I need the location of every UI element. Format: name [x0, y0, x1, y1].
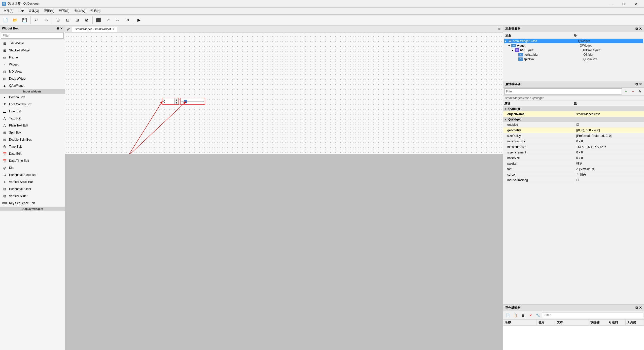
prop-row-minimumsize[interactable]: minimumSize 0 x 0: [503, 139, 644, 144]
prop-edit-button[interactable]: ✎: [637, 88, 643, 94]
prop-group-qobject[interactable]: ▼ QObject: [503, 106, 644, 111]
action-new-button[interactable]: 📄: [504, 312, 511, 319]
toolbar-edit-tab[interactable]: ⇥: [123, 16, 132, 24]
menu-window[interactable]: 窗口(W): [72, 8, 88, 14]
tree-row-3[interactable]: S horiz...lider QSlider: [504, 52, 643, 57]
widget-item-frame[interactable]: ▭ Frame: [0, 54, 65, 61]
widget-item-mdi-area[interactable]: ⊡ MDI Area: [0, 68, 65, 75]
toolbar-edit-buddies[interactable]: ↔: [113, 16, 122, 24]
property-editor-float[interactable]: ⧉: [635, 82, 638, 86]
toolbar-layout-v[interactable]: ⊟: [63, 16, 72, 24]
object-inspector-close[interactable]: ✕: [639, 27, 642, 31]
widget-item-text-edit[interactable]: A Text Edit: [0, 115, 65, 122]
action-delete-all-button[interactable]: ✕: [527, 312, 534, 319]
widget-item-vscrollbar[interactable]: ⇕ Vertical Scroll Bar: [0, 178, 65, 185]
prop-add-button[interactable]: ＋: [623, 88, 629, 94]
canvas-area: 🖊 smallWidget - smallWidget.ui ✕ 0 ▲ ▼: [65, 26, 503, 350]
widget-item-date-edit[interactable]: 📅 Date Edit: [0, 150, 65, 157]
widget-item-qax-widget[interactable]: ◈ QAxWidget: [0, 82, 65, 89]
toolbar-edit-widgets[interactable]: ⬛: [94, 16, 103, 24]
prop-row-maximumsize[interactable]: maximumSize 16777215 x 16777215: [503, 144, 644, 150]
widget-item-spin-box[interactable]: ⊞ Spin Box: [0, 129, 65, 136]
widget-item-keyseq-edit[interactable]: ⌨ Key Sequence Edit: [0, 200, 65, 207]
widget-item-double-spin-box[interactable]: ⊞ Double Spin Box: [0, 136, 65, 143]
canvas-dotted-area[interactable]: 0 ▲ ▼: [65, 33, 503, 154]
toolbar-open[interactable]: 📂: [11, 16, 20, 24]
widget-item-time-edit[interactable]: ⏱ Time Edit: [0, 143, 65, 150]
maximize-button[interactable]: □: [618, 0, 629, 8]
tree-row-1[interactable]: ▼ W widget QWidget: [504, 43, 643, 48]
prop-row-geometry[interactable]: geometry [(0, 0), 600 x 400]: [503, 128, 644, 133]
toolbar-new[interactable]: 📄: [1, 16, 10, 24]
prop-row-palette[interactable]: palette 继承: [503, 161, 644, 166]
action-settings-button[interactable]: 🔧: [534, 312, 542, 319]
tree-row-4[interactable]: S spinBox QSpinBox: [504, 57, 643, 61]
prop-row-enabled[interactable]: enabled ☑: [503, 122, 644, 128]
prop-row-sizepolicy[interactable]: sizePolicy [Preferred, Preferred, 0, 0]: [503, 133, 644, 139]
prop-filter-input[interactable]: [504, 88, 622, 94]
prop-remove-button[interactable]: −: [630, 88, 636, 94]
widget-box-title: Widget Box: [2, 27, 19, 30]
canvas-arrows-svg: [65, 33, 503, 154]
prop-row-sizeincrement[interactable]: sizeIncrement 0 x 0: [503, 150, 644, 155]
toolbar-layout-h[interactable]: ⊞: [53, 16, 62, 24]
prop-row-font[interactable]: font A [SimSun, 9]: [503, 166, 644, 172]
action-editor-float[interactable]: ⧉: [635, 306, 638, 310]
widget-item-dock-widget[interactable]: ◫ Dock Widget: [0, 75, 65, 82]
widget-item-stacked-widget[interactable]: ⊞ Stacked Widget: [0, 47, 65, 54]
toolbar-undo[interactable]: ↩: [32, 16, 41, 24]
menu-edit[interactable]: Edit: [16, 8, 26, 14]
toolbar-preview[interactable]: ▶: [134, 16, 144, 24]
widget-box-float[interactable]: ⧉: [57, 27, 59, 30]
toolbar-save[interactable]: 💾: [20, 16, 29, 24]
slider-handle[interactable]: [184, 100, 187, 103]
canvas-content[interactable]: 0 ▲ ▼: [65, 33, 503, 350]
widget-item-hslider[interactable]: ⊟ Horizontal Slider: [0, 185, 65, 193]
prop-row-basesize[interactable]: baseSize 0 x 0: [503, 155, 644, 161]
widget-item-font-combo-box[interactable]: F Font Combo Box: [0, 101, 65, 108]
spinbox-down-button[interactable]: ▼: [175, 101, 178, 104]
action-delete-button[interactable]: 🗑: [519, 312, 526, 319]
toolbar-redo[interactable]: ↪: [42, 16, 51, 24]
widget-item-dial[interactable]: ◎ Dial: [0, 164, 65, 171]
minimize-button[interactable]: —: [605, 0, 617, 8]
widget-item-widget[interactable]: ▫ Widget: [0, 61, 65, 68]
prop-group-qwidget[interactable]: ▼ QWidget: [503, 117, 644, 122]
action-editor-close[interactable]: ✕: [639, 306, 642, 310]
menu-file[interactable]: 文件(F): [1, 8, 16, 14]
slider-canvas-widget[interactable]: [180, 98, 205, 105]
canvas-close-button[interactable]: ✕: [498, 27, 501, 31]
widget-item-datetime-edit[interactable]: 📅 Date/Time Edit: [0, 157, 65, 164]
object-inspector-float[interactable]: ⧉: [635, 27, 638, 31]
menu-help[interactable]: 帮助(H): [88, 8, 103, 14]
menu-view[interactable]: 视图(V): [42, 8, 57, 14]
toolbar-layout-grid[interactable]: ⊞: [73, 16, 82, 24]
prop-row-objectname[interactable]: objectName smallWidgetClass: [503, 111, 644, 117]
tree-row-0[interactable]: ▼ W smallWidgetClass QWidget: [504, 39, 643, 43]
toolbar-layout-break[interactable]: ⊠: [82, 16, 91, 24]
prop-value-sizepolicy: [Preferred, Preferred, 0, 0]: [575, 134, 644, 138]
widget-box-close[interactable]: ✕: [60, 27, 63, 30]
action-copy-button[interactable]: 📋: [512, 312, 519, 319]
action-filter-input[interactable]: [542, 312, 643, 318]
tree-row-2[interactable]: ▼ H hori...yout QHBoxLayout: [504, 48, 643, 52]
widget-item-line-edit[interactable]: ▬ Line Edit: [0, 108, 65, 115]
spinbox-canvas-widget[interactable]: 0 ▲ ▼: [162, 98, 179, 105]
toolbar-edit-signals[interactable]: ↗: [103, 16, 113, 24]
widget-item-plain-text-edit[interactable]: A Plain Text Edit: [0, 122, 65, 129]
spinbox-up-button[interactable]: ▲: [175, 98, 178, 101]
widget-item-vslider[interactable]: ⊟ Vertical Slider: [0, 193, 65, 200]
widget-item-combo-box[interactable]: ▾ Combo Box: [0, 94, 65, 101]
widget-item-hscrollbar[interactable]: ⇔ Horizontal Scroll Bar: [0, 171, 65, 178]
widget-box-filter-input[interactable]: [1, 33, 64, 39]
menu-settings[interactable]: 设置(S): [57, 8, 72, 14]
toolbar: 📄 📂 💾 ↩ ↪ ⊞ ⊟ ⊞ ⊠ ⬛ ↗ ↔ ⇥ ▶: [0, 15, 644, 26]
menu-form[interactable]: 窗体(O): [26, 8, 42, 14]
prop-row-cursor[interactable]: cursor ↖ 箭头: [503, 172, 644, 177]
property-editor-close[interactable]: ✕: [639, 82, 642, 86]
canvas-tab[interactable]: smallWidget - smallWidget.ui: [72, 26, 117, 32]
prop-value-basesize: 0 x 0: [575, 156, 644, 160]
close-button[interactable]: ✕: [630, 0, 642, 8]
widget-item-tab-widget[interactable]: ⊟ Tab Widget: [0, 40, 65, 47]
prop-row-mousetracking[interactable]: mouseTracking ☐: [503, 177, 644, 183]
